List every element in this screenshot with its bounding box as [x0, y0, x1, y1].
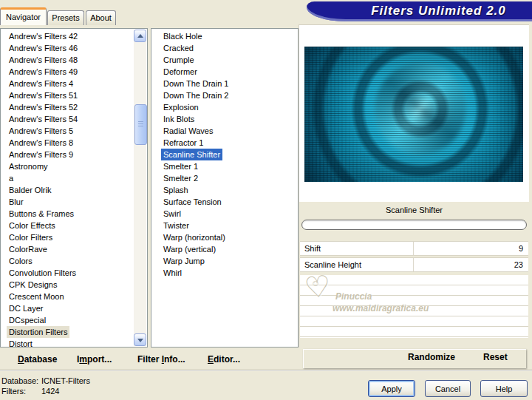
list-item[interactable]: Smelter 1: [151, 160, 298, 172]
list-item[interactable]: Down The Drain 2: [151, 89, 298, 101]
list-item-label: Down The Drain 1: [161, 78, 231, 89]
tab-about-label: About: [90, 13, 112, 22]
list-item-label: Crumple: [161, 54, 197, 66]
list-item[interactable]: DCspecial: [1, 314, 133, 326]
filter-info-menu[interactable]: Filter Info...: [137, 354, 185, 365]
status-database: Database:ICNET-Filters: [1, 376, 90, 385]
slider-shift[interactable]: Shift 9: [300, 241, 528, 256]
randomize-button[interactable]: Randomize: [408, 352, 455, 362]
unused-param-rows: ♡ ☺ Pinuccia www.maldiragrafica.eu: [300, 275, 528, 338]
list-item[interactable]: Explosion: [151, 101, 298, 113]
list-item-label: Swirl: [161, 208, 183, 220]
list-item-label: Andrew's Filters 46: [7, 42, 80, 54]
list-item-label: Black Hole: [161, 30, 205, 42]
list-item[interactable]: Andrew's Filters 49: [1, 66, 133, 78]
list-item[interactable]: Buttons & Frames: [1, 208, 133, 220]
list-item[interactable]: Distort: [1, 338, 133, 348]
grip-icon: [138, 121, 143, 128]
list-item[interactable]: Warp (vertical): [151, 243, 298, 255]
category-listbox[interactable]: Andrew's Filters 42Andrew's Filters 46An…: [0, 28, 148, 348]
list-item-label: Surface Tension: [161, 196, 224, 208]
list-item-label: Deformer: [161, 66, 200, 78]
list-item[interactable]: DC Layer: [1, 302, 133, 314]
list-item[interactable]: CPK Designs: [1, 279, 133, 291]
list-item[interactable]: Andrew's Filters 5: [1, 125, 133, 137]
list-item-label: Distort: [7, 338, 35, 348]
list-item-label: Radial Waves: [161, 125, 215, 137]
list-item-label: Buttons & Frames: [7, 208, 76, 220]
list-item[interactable]: Refractor 1: [151, 137, 298, 149]
list-item-label: Warp (vertical): [161, 243, 218, 255]
list-item[interactable]: Andrew's Filters 48: [1, 54, 133, 66]
import-menu[interactable]: Import...: [77, 354, 112, 365]
slider-scanline-height[interactable]: Scanline Height 23: [300, 257, 528, 272]
category-scrollbar[interactable]: [134, 30, 146, 346]
title-banner: Filters Unlimited 2.0: [307, 1, 532, 21]
list-item-label: Andrew's Filters 9: [7, 149, 75, 160]
list-item[interactable]: Andrew's Filters 51: [1, 89, 133, 101]
list-item[interactable]: Crescent Moon: [1, 291, 133, 302]
apply-button[interactable]: Apply: [368, 380, 415, 397]
scroll-down-button[interactable]: [134, 333, 146, 346]
tab-navigator[interactable]: Navigator: [0, 7, 47, 25]
status-filters-value: 1424: [41, 387, 59, 396]
list-item[interactable]: Astronomy: [1, 160, 133, 172]
slider-scanline-height-value: 23: [514, 258, 523, 271]
list-item[interactable]: Down The Drain 1: [151, 78, 298, 89]
database-menu[interactable]: Database: [18, 354, 57, 365]
list-item-label: Smelter 1: [161, 160, 200, 172]
list-item-label: Andrew's Filters 54: [7, 113, 80, 125]
list-item[interactable]: Andrew's Filters 4: [1, 78, 133, 89]
list-item[interactable]: Warp (horizontal): [151, 231, 298, 243]
reset-button[interactable]: Reset: [483, 352, 508, 362]
list-item[interactable]: Balder Olrik: [1, 184, 133, 196]
list-item[interactable]: Splash: [151, 184, 298, 196]
list-item[interactable]: Convolution Filters: [1, 267, 133, 279]
list-item[interactable]: Andrew's Filters 42: [1, 30, 133, 42]
list-item[interactable]: Andrew's Filters 46: [1, 42, 133, 54]
list-item[interactable]: Scanline Shifter: [151, 149, 298, 160]
tab-about[interactable]: About: [86, 10, 116, 25]
list-item-label: Ink Blots: [161, 113, 197, 125]
status-filters: Filters:1424: [1, 387, 59, 396]
list-item[interactable]: a: [1, 172, 133, 184]
list-item[interactable]: Warp Jump: [151, 255, 298, 267]
list-item[interactable]: Distortion Filters: [1, 326, 133, 338]
list-item[interactable]: Deformer: [151, 66, 298, 78]
list-item[interactable]: Cracked: [151, 42, 298, 54]
label-mnemonic: E: [208, 354, 214, 365]
editor-menu[interactable]: Editor...: [208, 354, 240, 365]
filter-listbox[interactable]: Black HoleCrackedCrumpleDeformerDown The…: [151, 28, 299, 348]
list-item[interactable]: Smelter 2: [151, 172, 298, 184]
scroll-up-button[interactable]: [134, 30, 146, 42]
list-item[interactable]: Crumple: [151, 54, 298, 66]
list-item-label: Astronomy: [7, 160, 50, 172]
cancel-button[interactable]: Cancel: [425, 380, 471, 397]
list-item[interactable]: Andrew's Filters 9: [1, 149, 133, 160]
list-item-label: Convolution Filters: [7, 267, 78, 279]
list-item[interactable]: Ink Blots: [151, 113, 298, 125]
list-item[interactable]: Black Hole: [151, 30, 298, 42]
list-item[interactable]: Twister: [151, 220, 298, 231]
help-button[interactable]: Help: [480, 380, 528, 397]
list-item[interactable]: Radial Waves: [151, 125, 298, 137]
list-item[interactable]: Andrew's Filters 52: [1, 101, 133, 113]
list-item[interactable]: Swirl: [151, 208, 298, 220]
list-item[interactable]: Andrew's Filters 54: [1, 113, 133, 125]
list-item[interactable]: Color Effects: [1, 220, 133, 231]
scrollbar-thumb[interactable]: [134, 104, 147, 145]
list-item-label: DC Layer: [7, 302, 45, 314]
list-item[interactable]: ColorRave: [1, 243, 133, 255]
preview-image: [304, 47, 523, 182]
list-item[interactable]: Colors: [1, 255, 133, 267]
list-item[interactable]: Color Filters: [1, 231, 133, 243]
slider-scanline-height-label: Scanline Height: [304, 258, 361, 271]
list-item[interactable]: Andrew's Filters 8: [1, 137, 133, 149]
tab-presets[interactable]: Presets: [47, 10, 84, 25]
list-item-label: Warp (horizontal): [161, 231, 228, 243]
action-bar: Randomize Reset: [303, 349, 526, 368]
list-item-label: DCspecial: [7, 314, 48, 326]
list-item[interactable]: Blur: [1, 196, 133, 208]
list-item[interactable]: Surface Tension: [151, 196, 298, 208]
list-item[interactable]: Whirl: [151, 267, 298, 279]
